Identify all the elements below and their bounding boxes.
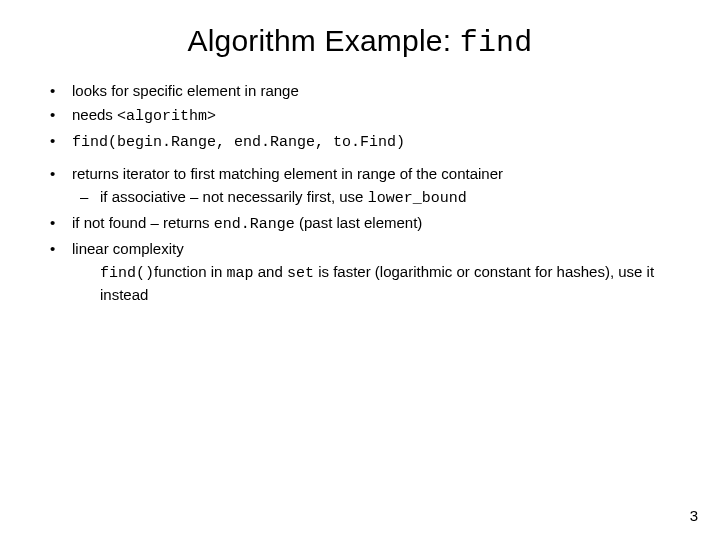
bullet-text: returns iterator to first matching eleme…: [72, 165, 503, 182]
title-code: find: [460, 26, 533, 60]
page-number: 3: [690, 507, 698, 524]
bullet-text: looks for specific element in range: [72, 82, 299, 99]
sub-bullet-list: if associative – not necessarily first, …: [72, 186, 680, 209]
code-span: set: [287, 265, 314, 282]
code-span: find(): [100, 265, 154, 282]
bullet-text: and: [254, 263, 287, 280]
bullet-text: linear complexity: [72, 240, 184, 257]
bullet-text: if associative – not necessarily first, …: [100, 188, 368, 205]
code-span: find(begin.Range, end.Range, to.Find): [72, 134, 405, 151]
code-span: <algorithm>: [117, 108, 216, 125]
sub-bullet-item: if associative – not necessarily first, …: [72, 186, 680, 209]
slide: Algorithm Example: find looks for specif…: [0, 0, 720, 540]
title-text: Algorithm Example:: [187, 24, 459, 57]
code-span: lower_bound: [368, 190, 467, 207]
bullet-item: find(begin.Range, end.Range, to.Find): [44, 130, 680, 153]
bullet-item: if not found – returns end.Range (past l…: [44, 212, 680, 235]
bullet-text: if not found – returns: [72, 214, 214, 231]
slide-title: Algorithm Example: find: [40, 24, 680, 60]
bullet-text: needs: [72, 106, 117, 123]
bullet-item: needs <algorithm>: [44, 104, 680, 127]
code-span: map: [227, 265, 254, 282]
bullet-text: function in: [154, 263, 227, 280]
bullet-text: (past last element): [295, 214, 423, 231]
bullet-continuation: find()function in map and set is faster …: [72, 261, 680, 305]
bullet-item: returns iterator to first matching eleme…: [44, 163, 680, 209]
bullet-list: looks for specific element in range need…: [44, 80, 680, 305]
bullet-item: looks for specific element in range: [44, 80, 680, 101]
bullet-item: linear complexity find()function in map …: [44, 238, 680, 305]
code-span: end.Range: [214, 216, 295, 233]
